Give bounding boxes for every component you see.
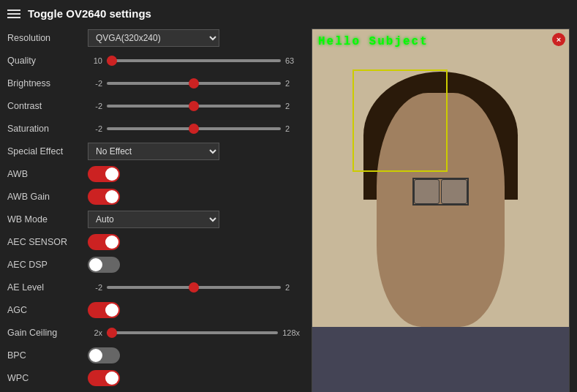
contrast-max: 2: [285, 102, 300, 110]
brightness-max: 2: [285, 79, 300, 88]
special-effect-control: No Effect Negative Grayscale Red Tint Se…: [88, 143, 300, 160]
resolution-row: Resolution QVGA(320x240) VGA(640x480) SV…: [7, 29, 300, 48]
awb-gain-control: [88, 189, 300, 205]
camera-preview: Hello Subject ×: [312, 29, 569, 392]
glass-right: [441, 179, 467, 204]
gain-ceiling-min: 2x: [88, 328, 102, 337]
ae-level-min: -2: [88, 283, 102, 292]
resolution-select[interactable]: QVGA(320x240) VGA(640x480) SVGA(800x600)…: [88, 29, 219, 47]
aec-sensor-knob: [105, 235, 118, 249]
gain-ceiling-control: 2x 128x: [88, 328, 300, 337]
awb-row: AWB: [7, 165, 300, 184]
ae-level-control: -2 2: [88, 283, 300, 292]
contrast-min: -2: [88, 102, 102, 110]
hamburger-menu[interactable]: [7, 10, 20, 18]
gain-ceiling-slider[interactable]: [107, 331, 278, 334]
awb-gain-row: AWB Gain: [7, 187, 300, 206]
page-title: Toggle OV2640 settings: [28, 7, 151, 20]
quality-label: Quality: [7, 56, 88, 66]
awb-knob: [105, 167, 118, 181]
awb-gain-toggle[interactable]: [88, 189, 120, 205]
quality-min: 10: [88, 56, 102, 65]
aec-dsp-knob: [89, 258, 102, 271]
awb-gain-knob: [105, 190, 118, 203]
agc-toggle[interactable]: [88, 302, 120, 318]
glass-left: [414, 179, 440, 204]
ae-level-slider[interactable]: [107, 286, 281, 289]
bpc-row: BPC: [7, 346, 300, 365]
aec-dsp-control: [88, 257, 300, 273]
wpc-knob: [105, 372, 118, 385]
wpc-row: WPC: [7, 369, 300, 388]
agc-control: [88, 302, 300, 318]
main-content: Resolution QVGA(320x240) VGA(640x480) SV…: [7, 29, 570, 392]
bpc-control: [88, 347, 300, 363]
quality-max: 63: [285, 56, 300, 65]
bpc-knob: [89, 349, 102, 362]
wb-mode-label: WB Mode: [7, 214, 88, 225]
awb-label: AWB: [7, 169, 88, 179]
aec-sensor-label: AEC SENSOR: [7, 237, 88, 247]
wpc-control: [88, 370, 300, 386]
wpc-toggle[interactable]: [88, 370, 120, 386]
special-effect-row: Special Effect No Effect Negative Graysc…: [7, 142, 300, 161]
quality-row: Quality 10 63: [7, 51, 300, 70]
quality-control: 10 63: [88, 56, 300, 65]
header: Toggle OV2640 settings: [7, 7, 570, 20]
person-shirt: [312, 327, 569, 392]
brightness-min: -2: [88, 79, 102, 88]
ae-level-row: AE Level -2 2: [7, 278, 300, 297]
awb-control: [88, 166, 300, 182]
bpc-label: BPC: [7, 350, 88, 361]
agc-row: AGC: [7, 301, 300, 320]
resolution-label: Resolution: [7, 33, 88, 43]
ae-level-label: AE Level: [7, 282, 88, 293]
aec-dsp-toggle[interactable]: [88, 257, 120, 273]
contrast-row: Contrast -2 2: [7, 97, 300, 116]
gain-ceiling-max: 128x: [282, 328, 300, 337]
aec-sensor-row: AEC SENSOR: [7, 233, 300, 252]
close-button[interactable]: ×: [552, 33, 565, 46]
aec-dsp-row: AEC DSP: [7, 255, 300, 274]
saturation-max: 2: [285, 124, 300, 133]
contrast-control: -2 2: [88, 102, 300, 110]
person-glasses: [412, 178, 469, 206]
overlay-text: Hello Subject: [318, 35, 429, 48]
aec-sensor-toggle[interactable]: [88, 234, 120, 250]
wb-mode-control: Auto Sunny Cloudy Office Home: [88, 211, 300, 228]
brightness-row: Brightness -2 2: [7, 74, 300, 93]
wb-mode-row: WB Mode Auto Sunny Cloudy Office Home: [7, 210, 300, 229]
aec-sensor-control: [88, 234, 300, 250]
gain-ceiling-label: Gain Ceiling: [7, 328, 88, 338]
ae-level-max: 2: [285, 283, 300, 292]
special-effect-select[interactable]: No Effect Negative Grayscale Red Tint Se…: [88, 143, 219, 160]
contrast-slider[interactable]: [107, 105, 281, 108]
saturation-slider[interactable]: [107, 127, 281, 130]
resolution-control: QVGA(320x240) VGA(640x480) SVGA(800x600)…: [88, 29, 300, 47]
agc-knob: [105, 304, 118, 317]
saturation-control: -2 2: [88, 124, 300, 133]
agc-label: AGC: [7, 305, 88, 315]
contrast-label: Contrast: [7, 101, 88, 111]
saturation-label: Saturation: [7, 124, 88, 134]
wpc-label: WPC: [7, 373, 88, 383]
brightness-slider[interactable]: [107, 82, 281, 85]
bpc-toggle[interactable]: [88, 347, 120, 363]
gain-ceiling-row: Gain Ceiling 2x 128x: [7, 323, 300, 342]
app-container: Toggle OV2640 settings Resolution QVGA(3…: [0, 0, 577, 392]
quality-slider[interactable]: [107, 59, 281, 62]
saturation-row: Saturation -2 2: [7, 119, 300, 138]
awb-gain-label: AWB Gain: [7, 192, 88, 202]
face-detection-box: [352, 69, 448, 172]
wb-mode-select[interactable]: Auto Sunny Cloudy Office Home: [88, 211, 219, 228]
brightness-label: Brightness: [7, 78, 88, 88]
camera-feed: Hello Subject ×: [312, 29, 570, 392]
brightness-control: -2 2: [88, 79, 300, 88]
settings-panel: Resolution QVGA(320x240) VGA(640x480) SV…: [7, 29, 300, 392]
special-effect-label: Special Effect: [7, 146, 88, 157]
awb-toggle[interactable]: [88, 166, 120, 182]
saturation-min: -2: [88, 124, 102, 133]
aec-dsp-label: AEC DSP: [7, 260, 88, 270]
